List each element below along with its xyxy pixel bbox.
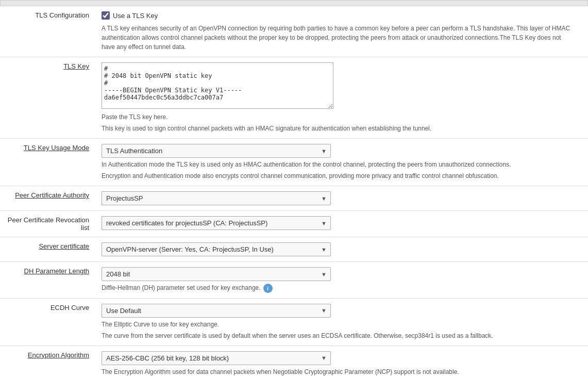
description-tls-key-usage-mode-1: Encryption and Authentication mode also … [102,171,565,181]
info-icon-dh-parameter-length[interactable]: i [263,284,273,293]
value-cell-peer-certificate-authority: ProjectusSP▼ [95,186,588,211]
page-header [0,0,588,6]
label-peer-certificate-authority: Peer Certificate Authority [15,191,89,199]
select-wrapper-ecdh-curve: Use Default▼ [102,304,331,318]
label-cell-encryption-algorithm: Encryption Algorithm [0,346,95,377]
select-tls-key-usage-mode[interactable]: TLS AuthenticationTLS Encryption and Aut… [102,144,331,158]
select-dh-parameter-length[interactable]: 1024 bit2048 bit4096 bit [102,267,331,281]
description-ecdh-curve-1: The curve from the server certificate is… [102,331,565,340]
select-wrapper-server-certificate: OpenVPN-server (Server: Yes, CA: Project… [102,242,331,256]
label-tls-key-usage-mode: TLS Key Usage Mode [24,144,89,152]
select-wrapper-peer-certificate-revocation-list: revoked certificates for projectusSP (CA… [102,216,331,230]
checkbox-row-tls-configuration: Use a TLS Key [102,11,582,20]
select-peer-certificate-authority[interactable]: ProjectusSP [102,191,331,205]
label-cell-dh-parameter-length: DH Parameter Length [0,262,95,299]
select-server-certificate[interactable]: OpenVPN-server (Server: Yes, CA: Project… [102,242,331,256]
settings-row-tls-key-usage-mode: TLS Key Usage ModeTLS AuthenticationTLS … [0,139,588,186]
settings-row-ecdh-curve: ECDH CurveUse Default▼The Elliptic Curve… [0,298,588,346]
description-ecdh-curve-0: The Elliptic Curve to use for key exchan… [102,320,565,329]
description-tls-configuration: A TLS key enhances security of an OpenVP… [102,24,576,52]
settings-table: TLS ConfigurationUse a TLS KeyA TLS key … [0,6,588,377]
value-cell-ecdh-curve: Use Default▼The Elliptic Curve to use fo… [95,298,588,346]
label-cell-peer-certificate-authority: Peer Certificate Authority [0,186,95,211]
select-peer-certificate-revocation-list[interactable]: revoked certificates for projectusSP (CA… [102,216,331,230]
description-tls-key-usage-mode-0: In Authentication mode the TLS key is us… [102,160,565,169]
settings-row-encryption-algorithm: Encryption AlgorithmAES-256-CBC (256 bit… [0,346,588,377]
settings-row-tls-key: TLS KeyPaste the TLS key here.This key i… [0,57,588,139]
label-tls-configuration: TLS Configuration [0,6,95,57]
settings-row-peer-certificate-revocation-list: Peer Certificate Revocation listrevoked … [0,211,588,237]
label-tls-key: TLS Key [63,62,89,70]
label-dh-parameter-length: DH Parameter Length [24,267,89,275]
textarea-tls-key[interactable] [102,62,333,109]
checkbox-label-tls-configuration: Use a TLS Key [113,12,158,20]
value-cell-tls-configuration: Use a TLS KeyA TLS key enhances security… [95,6,588,57]
select-wrapper-dh-parameter-length: 1024 bit2048 bit4096 bit▼ [102,267,331,281]
value-cell-dh-parameter-length: 1024 bit2048 bit4096 bit▼Diffie-Hellman … [95,262,588,299]
select-wrapper-peer-certificate-authority: ProjectusSP▼ [102,191,331,205]
select-wrapper-encryption-algorithm: AES-256-CBC (256 bit key, 128 bit block)… [102,351,331,365]
description-dh-parameter-length: Diffie-Hellman (DH) parameter set used f… [102,283,565,293]
label-cell-tls-key-usage-mode: TLS Key Usage Mode [0,139,95,186]
label-peer-certificate-revocation-list: Peer Certificate Revocation list [0,211,95,237]
settings-row-tls-configuration: TLS ConfigurationUse a TLS KeyA TLS key … [0,6,588,57]
value-cell-tls-key: Paste the TLS key here.This key is used … [95,57,588,139]
value-cell-tls-key-usage-mode: TLS AuthenticationTLS Encryption and Aut… [95,139,588,186]
value-cell-peer-certificate-revocation-list: revoked certificates for projectusSP (CA… [95,211,588,237]
select-ecdh-curve[interactable]: Use Default [102,304,331,318]
label-server-certificate: Server certificate [39,242,89,250]
value-cell-server-certificate: OpenVPN-server (Server: Yes, CA: Project… [95,237,588,262]
select-wrapper-tls-key-usage-mode: TLS AuthenticationTLS Encryption and Aut… [102,144,331,158]
settings-row-dh-parameter-length: DH Parameter Length1024 bit2048 bit4096 … [0,262,588,299]
label-ecdh-curve: ECDH Curve [0,298,95,346]
description-encryption-algorithm-0: The Encryption Algorithm used for data c… [102,367,565,376]
description-tls-key-0: Paste the TLS key here. [102,112,565,122]
label-cell-server-certificate: Server certificate [0,237,95,262]
settings-row-peer-certificate-authority: Peer Certificate AuthorityProjectusSP▼ [0,186,588,211]
select-encryption-algorithm[interactable]: AES-256-CBC (256 bit key, 128 bit block) [102,351,331,365]
description-tls-key-1: This key is used to sign control channel… [102,124,565,133]
value-cell-encryption-algorithm: AES-256-CBC (256 bit key, 128 bit block)… [95,346,588,377]
label-cell-tls-key: TLS Key [0,57,95,139]
checkbox-tls-configuration[interactable] [102,11,110,20]
settings-row-server-certificate: Server certificateOpenVPN-server (Server… [0,237,588,262]
label-encryption-algorithm: Encryption Algorithm [28,351,89,359]
